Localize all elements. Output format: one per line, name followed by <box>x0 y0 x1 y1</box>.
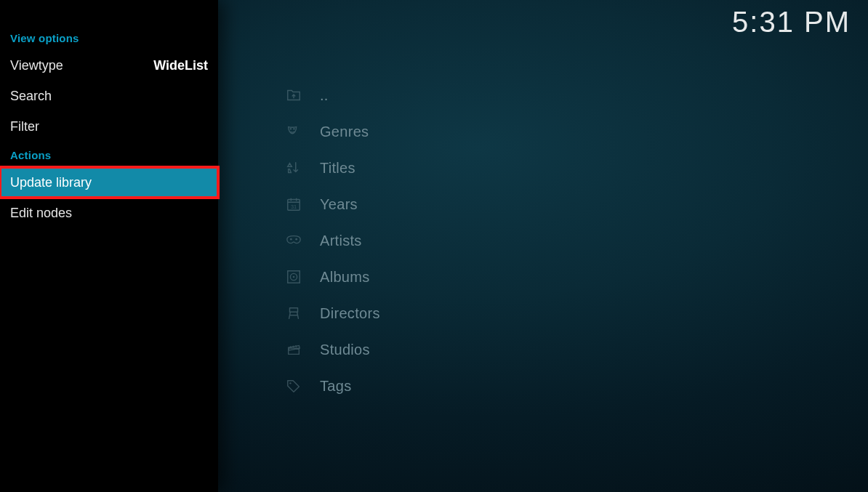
clapper-icon <box>284 339 304 360</box>
list-item-label: Albums <box>320 269 370 286</box>
list-item-genres[interactable]: Genres <box>284 113 851 150</box>
svg-point-9 <box>289 382 291 384</box>
search-label: Search <box>10 89 52 104</box>
list-item-artists[interactable]: Artists <box>284 222 851 259</box>
update-library-label: Update library <box>10 175 92 190</box>
clock: 5:31 PM <box>732 6 851 39</box>
svg-point-0 <box>290 128 292 129</box>
list-item-directors[interactable]: Directors <box>284 295 851 331</box>
filter-label: Filter <box>10 119 39 134</box>
list-item-label: Titles <box>320 160 355 177</box>
list-item-titles[interactable]: Titles <box>284 150 851 186</box>
svg-point-5 <box>295 238 297 241</box>
list-item-studios[interactable]: Studios <box>284 331 851 368</box>
calendar-icon: 31 <box>284 194 304 214</box>
chair-icon <box>284 303 304 323</box>
edit-nodes-label: Edit nodes <box>10 206 72 221</box>
section-actions: Actions <box>0 142 218 167</box>
eyemask-icon <box>284 230 304 251</box>
filter-row[interactable]: Filter <box>0 111 218 142</box>
update-library-row[interactable]: Update library <box>0 167 218 198</box>
list-item-label: Artists <box>320 233 362 249</box>
search-row[interactable]: Search <box>0 81 218 111</box>
edit-nodes-row[interactable]: Edit nodes <box>0 198 218 228</box>
list-item-label: Tags <box>320 378 351 395</box>
list-item-years[interactable]: 31 Years <box>284 186 851 222</box>
svg-text:31: 31 <box>291 203 297 210</box>
list-item-label: .. <box>320 87 329 104</box>
masks-icon <box>284 121 304 142</box>
sort-icon <box>284 158 304 178</box>
viewtype-value: WideList <box>153 58 208 73</box>
main-list: .. Genres Titles 31 Years Artists Albums <box>284 77 851 404</box>
sidebar: View options Viewtype WideList Search Fi… <box>0 0 218 492</box>
list-item-label: Genres <box>320 124 369 140</box>
list-item-albums[interactable]: Albums <box>284 259 851 295</box>
folder-up-icon <box>284 85 304 105</box>
viewtype-row[interactable]: Viewtype WideList <box>0 50 218 81</box>
svg-point-1 <box>294 128 295 129</box>
svg-point-4 <box>290 238 292 241</box>
list-item-tags[interactable]: Tags <box>284 368 851 404</box>
section-view-options: View options <box>0 32 218 50</box>
list-item-parent[interactable]: .. <box>284 77 851 113</box>
viewtype-label: Viewtype <box>10 58 63 73</box>
list-item-label: Directors <box>320 305 380 322</box>
svg-point-8 <box>293 276 295 278</box>
list-item-label: Years <box>320 196 358 213</box>
disc-icon <box>284 267 304 287</box>
tag-icon <box>284 376 304 396</box>
list-item-label: Studios <box>320 342 370 358</box>
